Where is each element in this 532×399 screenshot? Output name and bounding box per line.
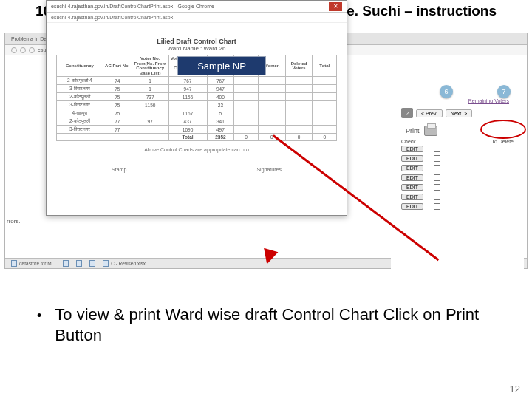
download-item[interactable]: datastore for M... <box>11 260 55 267</box>
check-col-label: Check <box>401 139 416 144</box>
red-ellipse-annotation <box>480 120 526 139</box>
download-item[interactable] <box>89 260 95 267</box>
popup-title: esuchi-4.rajasthan.gov.in/DraftControlCh… <box>51 4 214 9</box>
stamp-label: Stamp <box>112 167 126 172</box>
table-header: Deleted Voters <box>285 55 313 77</box>
table-row: 3-विराटनगर75115023 <box>57 101 337 109</box>
popup-addressbar[interactable]: esuchi-4.rajasthan.gov.in/DraftControlCh… <box>47 13 347 23</box>
bullet-block: • To view & print Ward wise draft Contro… <box>37 304 510 345</box>
edit-button[interactable]: EDIT <box>401 174 423 181</box>
remaining-voters-link[interactable]: Remaining Voters <box>391 98 524 103</box>
table-row: 2-कोटपूतली757371156400 <box>57 93 337 101</box>
table-row: 2-कोटपूतली-4741767767 <box>57 77 337 85</box>
edit-button[interactable]: EDIT <box>401 194 423 200</box>
delete-checkbox[interactable] <box>434 203 440 210</box>
page-number: 12 <box>510 383 520 395</box>
sample-np-banner: Sample NP <box>177 56 266 75</box>
table-total-row: Total23520000 <box>57 134 337 141</box>
edit-button[interactable]: EDIT <box>401 146 423 152</box>
next-button[interactable]: Next. > <box>446 109 472 117</box>
table-header: AC Part No. <box>103 55 132 77</box>
file-icon <box>103 260 109 267</box>
ward-name: Ward Name : Ward 26 <box>47 45 347 52</box>
help-icon[interactable]: ? <box>401 108 413 118</box>
table-row: 3-विराटनगर751947947 <box>57 85 337 93</box>
file-icon <box>63 260 69 267</box>
table-header: Voter No. From(No. From Constituency Bas… <box>132 55 168 77</box>
print-label[interactable]: Print <box>406 127 420 134</box>
reload-icon[interactable] <box>29 47 35 53</box>
signatures-label: Signatures <box>256 167 281 172</box>
step-indicators: 6 7 <box>391 78 524 98</box>
errors-label: rrors. <box>7 218 21 225</box>
step-7: 7 <box>497 85 511 98</box>
chart-note: Above Control Charts are appropriate,can… <box>47 147 347 152</box>
table-row: 4-शाहपुरा7511675 <box>57 109 337 117</box>
right-panel: 6 7 Remaining Voters ? < Prev. Next. > P… <box>391 78 524 274</box>
edit-button[interactable]: EDIT <box>401 155 423 162</box>
table-row: 3-विराटनगर771090497 <box>57 126 337 134</box>
step-6: 6 <box>440 85 453 98</box>
printer-icon[interactable] <box>424 126 437 136</box>
back-icon[interactable] <box>11 47 17 53</box>
download-item[interactable]: C - Revised.xlsx <box>103 260 146 267</box>
delete-checkbox[interactable] <box>434 184 440 191</box>
bullet-text: To view & print Ward wise draft Control … <box>55 304 510 345</box>
delete-checkbox[interactable] <box>434 194 440 200</box>
delete-checkbox[interactable] <box>434 165 440 171</box>
signature-row: Stamp Signatures <box>47 167 347 172</box>
file-icon <box>76 260 82 267</box>
close-icon[interactable]: ✕ <box>329 2 342 11</box>
table-header: Constituency <box>57 55 103 77</box>
delete-col-label: To Delete <box>491 139 514 144</box>
edit-button[interactable]: EDIT <box>401 165 423 171</box>
bullet-dot: • <box>37 304 41 322</box>
delete-checkbox[interactable] <box>434 174 440 181</box>
grid-header: Check To Delete <box>391 139 524 144</box>
edit-button[interactable]: EDIT <box>401 184 423 191</box>
file-icon <box>89 260 95 267</box>
delete-checkbox[interactable] <box>434 146 440 152</box>
table-row: 2-कोटपूतली7797437341 <box>57 117 337 126</box>
chart-title: Lilied Draft Control Chart <box>47 23 347 45</box>
table-header: Total <box>313 55 337 77</box>
prev-button[interactable]: < Prev. <box>416 109 443 117</box>
popup-titlebar: esuchi-4.rajasthan.gov.in/DraftControlCh… <box>47 1 347 13</box>
download-item[interactable] <box>63 260 69 267</box>
edit-button[interactable]: EDIT <box>401 203 423 210</box>
download-item[interactable] <box>76 260 82 267</box>
delete-checkbox[interactable] <box>434 155 440 162</box>
forward-icon[interactable] <box>20 47 26 53</box>
file-icon <box>11 260 17 267</box>
print-popup-window: esuchi-4.rajasthan.gov.in/DraftControlCh… <box>46 0 347 216</box>
